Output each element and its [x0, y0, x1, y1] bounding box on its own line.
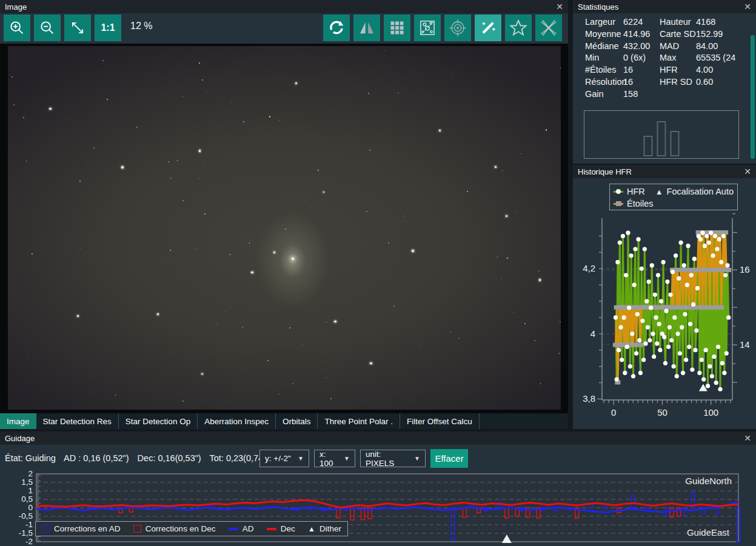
- one-to-one-button[interactable]: 1:1: [95, 15, 121, 41]
- close-icon[interactable]: ✕: [744, 2, 751, 11]
- image-viewer[interactable]: [0, 44, 568, 413]
- stat-label: MAD: [660, 41, 696, 53]
- stat-value: 432.00: [623, 41, 660, 53]
- astro-photo: [8, 46, 561, 410]
- flip-horizontal-button[interactable]: [353, 15, 380, 41]
- statistics-scrollbar[interactable]: [751, 35, 755, 159]
- stat-value: 152.99: [696, 29, 749, 41]
- stat-value: 6224: [623, 17, 660, 29]
- photo-star: [323, 191, 324, 193]
- diffraction-spikes-button[interactable]: [535, 15, 562, 41]
- tab-image[interactable]: Image: [0, 413, 36, 429]
- histogram-bars-icon: [644, 111, 680, 158]
- photo-star: [513, 312, 514, 313]
- stat-row: Moyenne414.96Carte SD152.99: [585, 29, 749, 41]
- star-annotation-button[interactable]: [414, 15, 441, 41]
- zoom-out-button[interactable]: [34, 15, 61, 41]
- photo-star: [202, 162, 203, 162]
- photo-star: [201, 373, 202, 375]
- photo-star: [10, 75, 10, 75]
- zoom-out-icon: [39, 19, 56, 36]
- tab-three-point-polar[interactable]: Three Point Polar .: [318, 413, 400, 429]
- corr-ad-marker: [42, 525, 50, 533]
- photo-star: [141, 279, 141, 280]
- ad-label: AD: [243, 524, 254, 533]
- hfr-legend-label: HFR: [627, 187, 645, 196]
- tab-star-detection-res[interactable]: Star Detection Res: [36, 413, 119, 429]
- stat-label: HFR SD: [660, 77, 696, 89]
- photo-star: [102, 60, 104, 61]
- photo-star: [558, 353, 560, 354]
- photo-star: [326, 321, 327, 322]
- close-icon[interactable]: ✕: [744, 434, 751, 442]
- close-icon[interactable]: ✕: [556, 2, 563, 11]
- crosshair-button[interactable]: [444, 15, 471, 41]
- photo-star: [507, 258, 508, 259]
- fit-arrows-icon: [69, 19, 86, 36]
- stat-value: 16: [623, 77, 660, 89]
- photo-star: [242, 327, 243, 328]
- photo-star: [199, 150, 201, 152]
- tab-filter-offset-calcu[interactable]: Filter Offset Calcu: [400, 413, 480, 429]
- guiding-title: Guidage: [5, 434, 744, 443]
- corr-ad-label: Corrections en AD: [54, 524, 121, 533]
- photo-star: [501, 279, 501, 279]
- photo-star: [269, 282, 269, 283]
- zoom-in-icon: [8, 19, 25, 36]
- statistics-panel: Statistiques ✕ Largeur6224Hauteur4168Moy…: [573, 0, 756, 164]
- photo-star: [524, 323, 526, 324]
- y-scale-dropdown[interactable]: y: +/-2" ▼: [259, 450, 309, 467]
- hfr-history-chart: 3,844,21416050100: [573, 212, 756, 429]
- image-tabbar: ImageStar Detection ResStar Detection Op…: [0, 413, 568, 429]
- guide-y-tick-label: 1: [5, 486, 33, 495]
- photo-star: [450, 331, 452, 333]
- zoom-in-button[interactable]: [4, 15, 30, 41]
- unit-dropdown[interactable]: unit: PIXELS ▼: [360, 450, 426, 467]
- guiding-legend: Corrections en AD Corrections en Dec AD …: [35, 521, 348, 536]
- guiding-titlebar: Guidage ✕: [0, 431, 756, 445]
- tab-star-detection-op[interactable]: Star Detection Op: [119, 413, 198, 429]
- stat-label: Hauteur: [660, 17, 696, 29]
- rotate-button[interactable]: [323, 15, 350, 41]
- photo-star: [77, 315, 79, 317]
- photo-star: [527, 381, 528, 381]
- stat-label: HFR: [660, 65, 696, 77]
- photo-star: [447, 72, 448, 72]
- pixel-grid-button[interactable]: [384, 15, 410, 41]
- stat-label: Médiane: [585, 41, 623, 53]
- close-icon[interactable]: ✕: [744, 167, 751, 176]
- guide-y-tick-label: 0: [5, 503, 33, 512]
- tab-aberration-inspec[interactable]: Aberration Inspec: [198, 413, 276, 429]
- guiding-ra-rms: AD : 0,16 (0,52"): [64, 453, 129, 463]
- photo-star: [226, 311, 226, 312]
- dither-label: Dither: [319, 524, 341, 533]
- y-scale-value: y: +/-2": [265, 454, 291, 463]
- clear-button[interactable]: Effacer: [430, 449, 468, 468]
- photo-star: [23, 117, 24, 118]
- photo-star: [267, 360, 269, 361]
- fit-to-screen-button[interactable]: [64, 15, 91, 41]
- stat-label: Gain: [585, 89, 623, 101]
- x-scale-dropdown[interactable]: x: 100 ▼: [314, 450, 355, 467]
- star-outline-button[interactable]: [505, 15, 532, 41]
- photo-star: [404, 216, 404, 216]
- chevron-down-icon: ▼: [408, 455, 420, 462]
- svg-text:0: 0: [611, 407, 616, 418]
- auto-stretch-button[interactable]: [475, 15, 501, 41]
- photo-star: [79, 248, 81, 249]
- stat-label: Résolution: [585, 77, 623, 89]
- hfr-history-title: Historique HFR: [578, 167, 744, 176]
- photo-star: [560, 321, 561, 322]
- photo-star: [539, 279, 541, 281]
- photo-star: [439, 130, 441, 132]
- statistics-title: Statistiques: [578, 2, 744, 12]
- tab-orbitals[interactable]: Orbitals: [276, 413, 318, 429]
- photo-star: [157, 313, 159, 315]
- photo-star: [161, 258, 162, 259]
- stat-value: 158: [623, 89, 660, 101]
- grid-icon: [389, 19, 406, 36]
- svg-text:50: 50: [657, 407, 667, 418]
- image-panel: Image ✕ 1:1 12 %: [0, 0, 568, 429]
- photo-star: [318, 170, 319, 171]
- photo-star: [251, 271, 253, 273]
